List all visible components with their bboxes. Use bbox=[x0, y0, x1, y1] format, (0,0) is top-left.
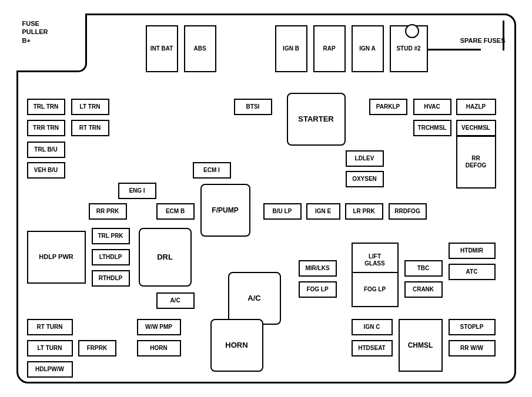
fuse-RAP: RAP bbox=[313, 25, 346, 72]
fuse-TRR-TRN: TRR TRN bbox=[27, 120, 65, 136]
fuse-LTHDLP: LTHDLP bbox=[92, 249, 130, 265]
fuse-AC-large: A/C bbox=[228, 272, 281, 325]
fuse-RR-DEFOG: RRDEFOG bbox=[456, 136, 496, 189]
fuse-FOG-LP-lg: FOG LP bbox=[352, 272, 399, 307]
fuse-ECM-I: ECM I bbox=[193, 162, 231, 179]
fuse-ABS: ABS bbox=[184, 25, 216, 72]
fuse-IGN-A: IGN A bbox=[352, 25, 384, 72]
fuse-ENG-I: ENG I bbox=[118, 183, 156, 199]
fuse-OXYSEN: OXYSEN bbox=[346, 171, 384, 187]
fuse-LT-TURN: LT TURN bbox=[27, 340, 73, 356]
fuse-diagram: FUSE PULLER B+ SPARE FUSES INT BAT ABS I… bbox=[11, 8, 522, 389]
fuse-RT-TURN: RT TURN bbox=[27, 319, 73, 335]
fuse-WW-PMP: W/W PMP bbox=[137, 319, 181, 335]
fuse-FOG-LP-sm: FOG LP bbox=[299, 281, 337, 298]
fuse-puller-label: FUSE PULLER B+ bbox=[22, 19, 48, 45]
fuse-HVAC: HVAC bbox=[413, 99, 451, 115]
fuse-BTSI: BTSI bbox=[234, 99, 272, 115]
fuse-TRL-PRK: TRL PRK bbox=[92, 228, 130, 244]
fuse-IGN-B: IGN B bbox=[275, 25, 307, 72]
fuse-RT-TRN: RT TRN bbox=[71, 120, 109, 136]
fuse-DRL: DRL bbox=[139, 228, 192, 287]
fuse-STARTER: STARTER bbox=[287, 93, 346, 146]
fuse-STOPLP: STOPLP bbox=[449, 319, 496, 335]
fuse-HDLPWW: HDLPW/W bbox=[27, 361, 73, 378]
fuse-CRANK: CRANK bbox=[404, 281, 443, 298]
fuse-PARKLP: PARKLP bbox=[369, 99, 407, 115]
fuse-ATC: ATC bbox=[449, 264, 496, 280]
fuse-INT-BAT: INT BAT bbox=[146, 25, 178, 72]
fuse-IGN-C: IGN C bbox=[352, 319, 393, 335]
fuse-HTDSEAT: HTDSEAT bbox=[352, 340, 393, 356]
fuse-MIR-LKS: MIR/LKS bbox=[299, 260, 337, 277]
fuse-TRCHMSL: TRCHMSL bbox=[413, 120, 451, 136]
fuse-HAZLP: HAZLP bbox=[456, 99, 496, 115]
fuse-F-PUMP: F/PUMP bbox=[200, 184, 250, 237]
fuse-RR-WW: RR W/W bbox=[449, 340, 496, 356]
fuse-TRL-TRN: TRL TRN bbox=[27, 99, 65, 115]
fuse-LDLEV: LDLEV bbox=[346, 150, 384, 167]
spare-fuses-label: SPARE FUSES bbox=[460, 37, 506, 44]
fuse-VECHMSL: VECHMSL bbox=[456, 120, 496, 136]
fuse-RR-PRK: RR PRK bbox=[89, 203, 127, 220]
fuse-RRDFOG: RRDFOG bbox=[389, 203, 427, 220]
fuse-TBC: TBC bbox=[404, 260, 443, 277]
fuse-HDLP-PWR: HDLP PWR bbox=[27, 231, 86, 284]
fuse-LT-TRN: LT TRN bbox=[71, 99, 109, 115]
fuse-ECM-B: ECM B bbox=[156, 203, 195, 220]
fuse-VEH-BU: VEH B/U bbox=[27, 162, 65, 179]
fuse-BU-LP: B/U LP bbox=[263, 203, 302, 220]
fuse-TRL-BU: TRL B/U bbox=[27, 142, 65, 158]
fuse-AC-small: A/C bbox=[156, 292, 195, 309]
fuse-IGN-E: IGN E bbox=[306, 203, 340, 220]
fuse-LR-PRK: LR PRK bbox=[345, 203, 383, 220]
fuse-RTHDLP: RTHDLP bbox=[92, 270, 130, 287]
top-line-vert bbox=[503, 21, 504, 51]
top-line bbox=[428, 49, 481, 51]
fuse-FRPRK: FRPRK bbox=[78, 340, 116, 356]
fuse-HORN-sm: HORN bbox=[137, 340, 181, 356]
stud-connector bbox=[405, 24, 419, 38]
fuse-CHMSL: CHMSL bbox=[399, 319, 443, 372]
fuse-HTDMIR: HTDMIR bbox=[449, 243, 496, 259]
fuse-HORN-lg: HORN bbox=[210, 319, 263, 372]
